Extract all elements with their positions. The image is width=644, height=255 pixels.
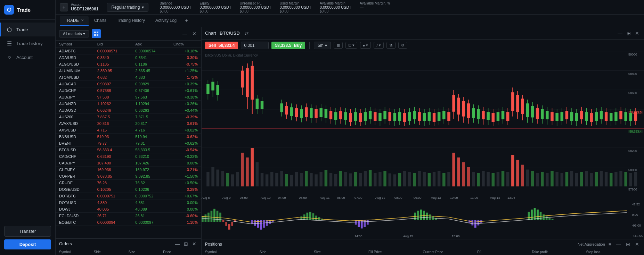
svg-rect-313 xyxy=(548,218,551,220)
svg-rect-48 xyxy=(393,175,396,187)
time-label-06: 06:00 xyxy=(337,196,345,199)
market-filter-button[interactable]: All markets ▾ xyxy=(59,30,89,37)
positions-close-button[interactable]: ✕ xyxy=(634,241,641,248)
svg-rect-91 xyxy=(605,172,608,187)
flask-icon: ⚗ xyxy=(389,43,393,48)
svg-rect-267 xyxy=(222,220,225,222)
positions-grid-button[interactable]: ⊞ xyxy=(625,241,631,248)
buy-button[interactable]: 58,333.5 Buy xyxy=(271,42,305,49)
sidebar-item-trade[interactable]: ⬡ Trade xyxy=(0,23,55,36)
ask-cell: 40,089 xyxy=(135,207,173,211)
chart-close-button[interactable]: ✕ xyxy=(634,30,641,37)
market-filter-label: All markets xyxy=(63,32,82,36)
symbol-cell: CRUDE xyxy=(59,181,97,185)
symbol-cell: AXS/USD xyxy=(59,128,97,132)
time-label-aug14: Aug 14 xyxy=(490,196,500,199)
trading-mode-label: Regular trading xyxy=(111,5,140,10)
timeframe-button[interactable]: 5m ▾ xyxy=(314,42,331,49)
trading-mode-button[interactable]: Regular trading ▾ xyxy=(107,3,148,12)
bid-cell: 4.380 xyxy=(97,201,136,205)
market-view-button[interactable] xyxy=(92,29,101,38)
tab-charts[interactable]: Charts xyxy=(89,16,111,26)
market-minimize-button[interactable]: — xyxy=(181,30,189,37)
tab-trade[interactable]: TRADE ✕ xyxy=(60,16,89,26)
bid-cell: 0.0000094 xyxy=(97,220,136,224)
chart-swap-icon[interactable]: ⇄ xyxy=(243,30,250,37)
positions-minimize-button[interactable]: — xyxy=(615,241,622,248)
svg-rect-69 xyxy=(497,172,499,187)
svg-rect-56 xyxy=(433,172,435,187)
add-tab-button[interactable]: + xyxy=(182,16,191,26)
tab-trading-history[interactable]: Trading History xyxy=(112,16,150,26)
orders-minimize-button[interactable]: — xyxy=(173,240,181,247)
chg-cell: -0.30% xyxy=(173,56,198,60)
bid-cell: 79.77 xyxy=(97,141,136,145)
sell-button[interactable]: Sell 58,333.4 xyxy=(205,42,238,49)
tab-trade-close[interactable]: ✕ xyxy=(81,18,84,22)
chart-indicators-button[interactable]: ▦ xyxy=(334,42,343,49)
sidebar-item-account[interactable]: ○ Account xyxy=(0,50,55,64)
chart-settings-button[interactable]: ⚙ xyxy=(398,42,407,49)
chart-circle-button[interactable]: ● ▾ xyxy=(360,42,371,49)
svg-rect-179 xyxy=(438,112,440,121)
ask-cell: 20.817 xyxy=(135,121,173,126)
chart-flask-button[interactable]: ⚗ xyxy=(386,42,396,49)
chart-line-button[interactable]: / ▾ xyxy=(374,42,383,49)
ask-cell: 0.0000752 xyxy=(135,194,173,198)
svg-rect-89 xyxy=(595,172,598,187)
price-input[interactable] xyxy=(241,42,269,49)
chevron-down-icon: ▾ xyxy=(379,43,381,48)
orders-grid-button[interactable]: ⊞ xyxy=(182,240,189,247)
svg-rect-17 xyxy=(241,153,244,186)
tab-activity-log[interactable]: Activity Log xyxy=(150,16,181,26)
svg-rect-163 xyxy=(398,112,401,121)
positions-list-button[interactable]: ≡ xyxy=(607,241,613,248)
svg-rect-175 xyxy=(428,112,431,121)
ask-cell: 0.63210 xyxy=(135,154,173,159)
chg-cell: -0.29% xyxy=(173,187,198,192)
svg-rect-310 xyxy=(540,212,542,220)
chart-grid-button[interactable]: ⊞ xyxy=(625,30,632,37)
svg-rect-153 xyxy=(374,112,376,121)
symbol-cell: AVAX/USD xyxy=(59,121,97,126)
svg-rect-253 xyxy=(619,111,622,119)
svg-rect-127 xyxy=(310,108,312,118)
pos-col-take-profit: Take profit xyxy=(532,250,586,254)
chg-cell: +1.25% xyxy=(173,69,198,73)
bid-cell: 58,333.4 xyxy=(97,148,136,152)
sidebar-item-trade-history[interactable]: ☰ Trade history xyxy=(0,36,55,50)
svg-rect-22 xyxy=(266,175,268,187)
chg-cell: -0.21% xyxy=(173,168,198,172)
col-symbol: Symbol xyxy=(59,42,97,46)
bid-cell: 9,078.85 xyxy=(97,174,136,178)
bar-chart-icon: ▦ xyxy=(336,43,340,48)
chart-draw-button[interactable]: ⊡ ▾ xyxy=(345,42,357,49)
available-margin-usd: $0.00 xyxy=(320,9,351,13)
orders-panel-header: Orders — ⊞ ✕ xyxy=(56,238,201,249)
svg-rect-211 xyxy=(516,95,519,112)
pos-col-fill: Fill Price xyxy=(368,250,423,254)
add-account-button[interactable]: + xyxy=(60,3,68,11)
svg-rect-135 xyxy=(329,111,332,119)
svg-rect-19 xyxy=(251,148,253,186)
positions-col-headers: Symbol Side Size Fill Price Current Pric… xyxy=(202,249,644,255)
chart-minimize-button[interactable]: — xyxy=(616,30,624,37)
transfer-button[interactable]: Transfer xyxy=(4,226,51,237)
svg-rect-20 xyxy=(256,162,259,187)
svg-rect-78 xyxy=(541,172,544,187)
chg-cell: -0.62% xyxy=(173,135,198,139)
draw-icon: ⊡ xyxy=(348,43,351,48)
table-row: CAD/CHF 0.63190 0.63210 +0.22% xyxy=(56,153,201,160)
macd-label-3: -95.00 xyxy=(632,224,643,227)
ask-cell: 1.10294 xyxy=(135,102,173,106)
macd-time-aug15: Aug 15 xyxy=(403,235,413,238)
market-close-button[interactable]: ✕ xyxy=(191,30,198,37)
orders-close-button[interactable]: ✕ xyxy=(191,240,198,247)
symbol-cell: ADA/BTC xyxy=(59,49,97,53)
sidebar-logo: ⬡ Trade xyxy=(0,0,55,20)
svg-rect-203 xyxy=(497,112,499,121)
svg-rect-145 xyxy=(354,112,357,121)
svg-rect-60 xyxy=(452,153,455,186)
deposit-button[interactable]: Deposit xyxy=(4,239,51,249)
ask-cell: 97.563 xyxy=(135,95,173,99)
